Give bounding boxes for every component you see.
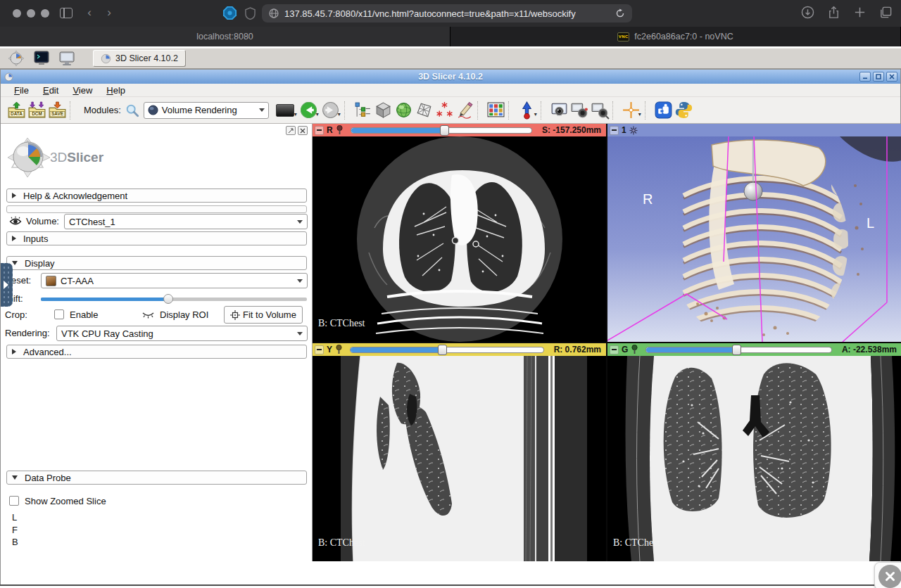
red-view-controller-bar: R S: -157.250mm (313, 124, 606, 136)
tab-overview-icon[interactable] (879, 6, 893, 19)
panel-drag-handle[interactable] (1, 263, 13, 307)
three-d-view-controller-bar: 1 (607, 124, 901, 136)
three-d-collapse-button[interactable] (610, 126, 619, 135)
crosshair-button[interactable] (622, 101, 641, 120)
red-viewport[interactable]: B: CTChest (313, 136, 606, 342)
window-minimize-traffic-light[interactable] (27, 9, 35, 18)
red-slice-offset-slider[interactable] (351, 125, 532, 135)
close-button[interactable] (886, 72, 897, 82)
back-button[interactable]: ‹ (83, 7, 96, 20)
taskbar-app-button[interactable]: 3D Slicer 4.10.2 (93, 50, 186, 67)
sidebar-toggle-icon[interactable] (60, 8, 73, 18)
maximize-button[interactable] (873, 72, 884, 82)
load-dicom-button[interactable]: DCM (27, 101, 46, 120)
titlebar[interactable]: 3D Slicer 4.10.2 (1, 70, 900, 84)
terminal-launcher-icon[interactable] (32, 50, 51, 68)
pin-icon[interactable] (631, 345, 638, 354)
green-collapse-button[interactable] (610, 345, 619, 354)
chevron-down-icon: ▾ (316, 111, 319, 117)
desktop-taskbar: 3D Slicer 4.10.2 (0, 48, 901, 69)
downloads-icon[interactable] (801, 6, 814, 19)
green-viewport[interactable]: B: CTChest (607, 356, 901, 561)
preset-selector[interactable]: CT-AAA (41, 273, 308, 288)
crop-enable-checkbox[interactable] (54, 309, 64, 319)
popup-panel-button[interactable] (286, 126, 296, 135)
slicer-logo: 3DSlicer (6, 136, 133, 184)
advanced-section[interactable]: Advanced... (6, 345, 307, 359)
toolbar-separator (645, 101, 651, 120)
yellow-slice-offset-slider[interactable] (350, 345, 544, 354)
module-search-icon[interactable] (125, 103, 139, 117)
shift-slider[interactable] (41, 294, 307, 304)
module-history-button[interactable] (276, 104, 294, 117)
toolbar-separator (477, 101, 484, 120)
reload-button[interactable] (615, 8, 625, 18)
views-cube-button[interactable] (374, 101, 393, 120)
slicer-launcher-icon[interactable] (7, 50, 25, 68)
url-bar[interactable]: 137.85.45.7:8080/x11/vnc.html?autoconnec… (262, 4, 632, 23)
layout-selector-button[interactable] (486, 101, 505, 120)
markups-button[interactable] (435, 101, 454, 120)
probe-layer-b: B (12, 537, 18, 547)
module-selector[interactable]: Volume Rendering (144, 102, 269, 119)
yellow-collapse-button[interactable] (315, 345, 324, 354)
novnc-close-button[interactable] (874, 562, 901, 588)
annotations-button[interactable] (455, 101, 474, 120)
red-collapse-button[interactable] (315, 126, 324, 135)
help-section-label: Help & Acknowledgement (23, 191, 127, 201)
python-console-button[interactable] (674, 101, 693, 120)
models-sphere-button[interactable] (394, 101, 413, 120)
mesh-button[interactable] (415, 101, 434, 120)
tab-localhost[interactable]: localhost:8080 (0, 27, 450, 46)
new-tab-icon[interactable] (853, 6, 867, 19)
screen: ‹ › 137.85.45.7:8080/x11/vnc.html?autoco… (0, 0, 901, 588)
menu-file[interactable]: File (8, 85, 35, 96)
volume-selector[interactable]: CTChest_1 (64, 214, 308, 229)
module-forward-button[interactable] (321, 101, 340, 120)
menu-help[interactable]: Help (100, 85, 132, 96)
fit-to-volume-button[interactable]: Fit to Volume (224, 306, 303, 324)
volume-row: Volume: CTChest_1 (1, 214, 313, 229)
menu-edit[interactable]: Edit (37, 85, 65, 96)
share-icon[interactable] (827, 6, 840, 19)
save-button[interactable]: SAVE (48, 101, 67, 120)
extensions-manager-button[interactable] (654, 101, 673, 120)
menu-view[interactable]: View (66, 85, 99, 96)
minimize-button[interactable] (859, 72, 871, 82)
green-slice-offset-slider[interactable] (645, 345, 832, 354)
closed-eye-icon[interactable] (141, 310, 155, 320)
svg-text:DCM: DCM (32, 111, 42, 116)
yellow-viewport[interactable]: B: CTChest (313, 356, 606, 561)
rendering-selector[interactable]: VTK CPU Ray Casting (56, 326, 308, 341)
three-d-viewport[interactable]: R L (607, 136, 901, 342)
url-text: 137.85.45.7:8080/x11/vnc.html?autoconnec… (284, 8, 610, 19)
show-zoomed-slice-checkbox[interactable] (9, 496, 19, 506)
pin-icon[interactable] (335, 345, 343, 354)
data-probe-section[interactable]: Data Probe (6, 471, 307, 485)
toolbar-separator (70, 101, 76, 120)
help-acknowledgement-section[interactable]: Help & Acknowledgement (6, 188, 307, 203)
inputs-section[interactable]: Inputs (6, 231, 307, 245)
mouse-mode-button[interactable] (517, 101, 536, 120)
tab-novnc[interactable]: VNC fc2e60a86ac7:0 - noVNC (450, 27, 901, 46)
content-blocker-icon[interactable] (222, 6, 237, 20)
inputs-section-label: Inputs (23, 234, 48, 244)
window-close-traffic-light[interactable] (13, 9, 21, 18)
module-list-button[interactable] (353, 101, 372, 120)
close-panel-button[interactable] (298, 126, 308, 135)
chevron-down-icon: ▾ (638, 111, 641, 117)
capture-scene-view-button[interactable] (570, 101, 589, 120)
restore-scene-view-button[interactable] (591, 101, 610, 120)
show-zoomed-row: Show Zoomed Slice (1, 494, 313, 510)
screenshot-button[interactable] (550, 101, 569, 120)
pin-icon[interactable] (629, 126, 638, 135)
window-zoom-traffic-light[interactable] (41, 9, 49, 18)
module-back-button[interactable] (299, 101, 318, 120)
load-data-button[interactable]: DATA (7, 101, 26, 120)
pin-icon[interactable] (336, 125, 344, 135)
data-probe-section-label: Data Probe (25, 473, 71, 483)
privacy-shield-icon[interactable] (245, 7, 256, 20)
display-launcher-icon[interactable] (58, 50, 76, 68)
forward-button[interactable]: › (103, 7, 115, 20)
display-section[interactable]: Display (6, 256, 307, 270)
